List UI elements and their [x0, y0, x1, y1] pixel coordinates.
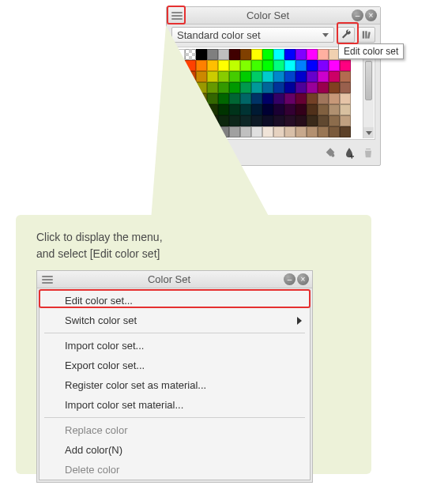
- color-swatch[interactable]: [340, 71, 351, 82]
- panel-title: Color Set: [55, 273, 284, 285]
- color-swatch[interactable]: [340, 115, 351, 126]
- panel-menu: Edit color set... Switch color set Impor…: [39, 290, 311, 480]
- panel-menu-icon[interactable]: [170, 9, 184, 22]
- color-swatch[interactable]: [296, 115, 307, 126]
- library-icon: [361, 29, 372, 40]
- titlebar: Color Set – ×: [37, 271, 312, 288]
- titlebar: Color Set – ×: [167, 7, 380, 24]
- color-swatch[interactable]: [329, 126, 340, 137]
- color-swatch[interactable]: [296, 49, 307, 60]
- color-swatch[interactable]: [296, 60, 307, 71]
- color-swatch[interactable]: [284, 82, 296, 93]
- svg-rect-4: [350, 156, 354, 156]
- color-swatch[interactable]: [318, 82, 329, 93]
- menu-export-color-set[interactable]: Export color set...: [40, 356, 310, 375]
- color-swatch[interactable]: [307, 82, 318, 93]
- scroll-thumb[interactable]: [365, 61, 372, 100]
- color-swatch[interactable]: [307, 115, 318, 126]
- menu-add-color[interactable]: Add color(N): [40, 440, 310, 460]
- instruction-callout: Click to display the menu, and select [E…: [16, 215, 371, 474]
- color-swatch[interactable]: [307, 71, 318, 82]
- color-swatch[interactable]: [284, 104, 296, 115]
- scroll-down-icon[interactable]: [363, 127, 374, 138]
- tooltip: Edit color set: [338, 43, 404, 59]
- color-swatch[interactable]: [329, 104, 340, 115]
- color-swatch[interactable]: [284, 93, 296, 104]
- color-swatch[interactable]: [318, 115, 329, 126]
- color-swatch[interactable]: [340, 126, 351, 137]
- color-swatch[interactable]: [318, 49, 329, 60]
- menu-replace-color[interactable]: Replace color: [40, 420, 310, 440]
- color-swatch[interactable]: [296, 93, 307, 104]
- color-swatch[interactable]: [329, 82, 340, 93]
- color-swatch[interactable]: [318, 93, 329, 104]
- color-swatch[interactable]: [284, 60, 296, 71]
- menu-register-material[interactable]: Register color set as material...: [40, 375, 310, 395]
- color-swatch[interactable]: [340, 104, 351, 115]
- color-swatch[interactable]: [340, 82, 351, 93]
- color-swatch[interactable]: [318, 104, 329, 115]
- svg-rect-2: [367, 32, 371, 38]
- color-swatch[interactable]: [296, 82, 307, 93]
- menu-edit-color-set[interactable]: Edit color set...: [40, 291, 310, 310]
- menu-separator: [44, 333, 305, 333]
- svg-rect-1: [365, 31, 367, 38]
- color-swatch[interactable]: [340, 93, 351, 104]
- color-swatch[interactable]: [307, 60, 318, 71]
- menu-delete-color[interactable]: Delete color: [40, 460, 310, 480]
- library-button[interactable]: [358, 27, 375, 43]
- close-button[interactable]: ×: [365, 9, 377, 21]
- menu-import-color-set[interactable]: Import color set...: [40, 336, 310, 356]
- color-swatch[interactable]: [284, 115, 296, 126]
- tooltip-text: Edit color set: [344, 46, 398, 57]
- bucket-icon[interactable]: [323, 146, 337, 160]
- edit-color-set-button[interactable]: [337, 27, 355, 43]
- close-button[interactable]: ×: [297, 273, 309, 285]
- color-swatch[interactable]: [329, 60, 340, 71]
- color-swatch[interactable]: [318, 60, 329, 71]
- color-swatch[interactable]: [307, 126, 318, 137]
- color-set-panel-menu-open: Color Set – × Edit color set... Switch c…: [36, 270, 313, 483]
- color-swatch[interactable]: [318, 71, 329, 82]
- color-swatch[interactable]: [296, 126, 307, 137]
- panel-title: Color Set: [184, 9, 352, 21]
- color-swatch[interactable]: [284, 71, 296, 82]
- trash-icon[interactable]: [361, 146, 375, 160]
- color-swatch[interactable]: [307, 49, 318, 60]
- minimize-button[interactable]: –: [352, 9, 363, 21]
- color-swatch[interactable]: [296, 71, 307, 82]
- svg-rect-0: [363, 31, 364, 38]
- menu-switch-color-set[interactable]: Switch color set: [40, 310, 310, 330]
- color-swatch[interactable]: [329, 115, 340, 126]
- add-drop-icon[interactable]: [342, 146, 356, 160]
- color-swatch[interactable]: [329, 71, 340, 82]
- callout-text: Click to display the menu, and select [E…: [36, 229, 356, 262]
- wrench-icon: [341, 29, 352, 40]
- menu-import-material[interactable]: Import color set material...: [40, 395, 310, 415]
- submenu-arrow-icon: [297, 317, 302, 325]
- color-swatch[interactable]: [318, 126, 329, 137]
- color-swatch[interactable]: [284, 49, 296, 60]
- color-swatch[interactable]: [340, 60, 351, 71]
- color-swatch[interactable]: [307, 93, 318, 104]
- color-swatch[interactable]: [329, 93, 340, 104]
- minimize-button[interactable]: –: [284, 273, 296, 285]
- panel-menu-icon[interactable]: [40, 273, 55, 286]
- color-swatch[interactable]: [307, 104, 318, 115]
- chevron-down-icon: [322, 33, 329, 37]
- menu-separator: [44, 417, 305, 418]
- color-swatch[interactable]: [284, 126, 296, 137]
- scrollbar[interactable]: [363, 48, 374, 138]
- color-swatch[interactable]: [296, 104, 307, 115]
